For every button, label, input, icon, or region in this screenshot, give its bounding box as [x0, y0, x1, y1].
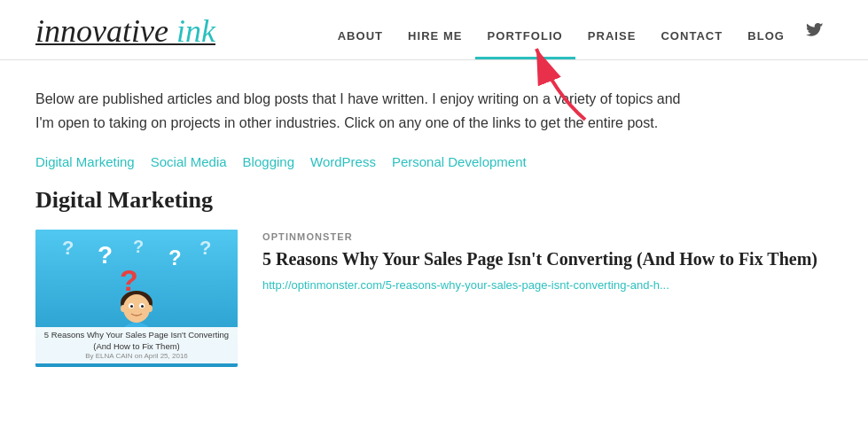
article-thumbnail[interactable]: ? ? ? ? ? ?: [35, 230, 238, 367]
intro-paragraph: Below are published articles and blog po…: [35, 87, 692, 135]
section-heading: Digital Marketing: [35, 187, 833, 214]
main-content: Below are published articles and blog po…: [0, 60, 868, 385]
svg-point-8: [121, 305, 126, 312]
article-source: OPTINMONSTER: [262, 231, 833, 242]
logo-text-ink: ink: [168, 13, 215, 49]
logo-text-innovative: innovative: [35, 13, 168, 49]
main-nav: ABOUT HIRE ME PORTFOLIO PRAISE CONTACT B…: [325, 9, 833, 59]
nav-portfolio[interactable]: PORTFOLIO: [475, 15, 575, 59]
article-url[interactable]: http://optinmonster.com/5-reasons-why-yo…: [262, 278, 833, 292]
svg-point-2: [123, 294, 150, 323]
category-digital-marketing[interactable]: Digital Marketing: [35, 154, 135, 169]
svg-point-6: [141, 305, 144, 308]
article-info: OPTINMONSTER 5 Reasons Why Your Sales Pa…: [262, 230, 833, 292]
category-personal-development[interactable]: Personal Development: [392, 154, 527, 169]
site-logo[interactable]: innovative ink: [35, 15, 215, 54]
twitter-icon[interactable]: [797, 9, 833, 59]
nav-blog[interactable]: BLOG: [735, 15, 797, 59]
article-card: ? ? ? ? ? ?: [35, 230, 833, 367]
category-social-media[interactable]: Social Media: [151, 154, 227, 169]
site-header: innovative ink ABOUT HIRE ME PORTFOLIO P…: [0, 0, 868, 60]
thumbnail-caption: 5 Reasons Why Your Sales Page Isn't Conv…: [35, 327, 238, 363]
nav-about[interactable]: ABOUT: [325, 15, 395, 59]
category-blogging[interactable]: Blogging: [243, 154, 294, 169]
nav-contact[interactable]: CONTACT: [648, 15, 735, 59]
svg-point-5: [130, 305, 133, 308]
article-title[interactable]: 5 Reasons Why Your Sales Page Isn't Conv…: [262, 247, 833, 271]
nav-hire-me[interactable]: HIRE ME: [395, 15, 474, 59]
svg-point-9: [147, 305, 152, 312]
nav-praise[interactable]: PRAISE: [575, 15, 649, 59]
category-wordpress[interactable]: WordPress: [310, 154, 376, 169]
category-filter: Digital Marketing Social Media Blogging …: [35, 154, 833, 169]
